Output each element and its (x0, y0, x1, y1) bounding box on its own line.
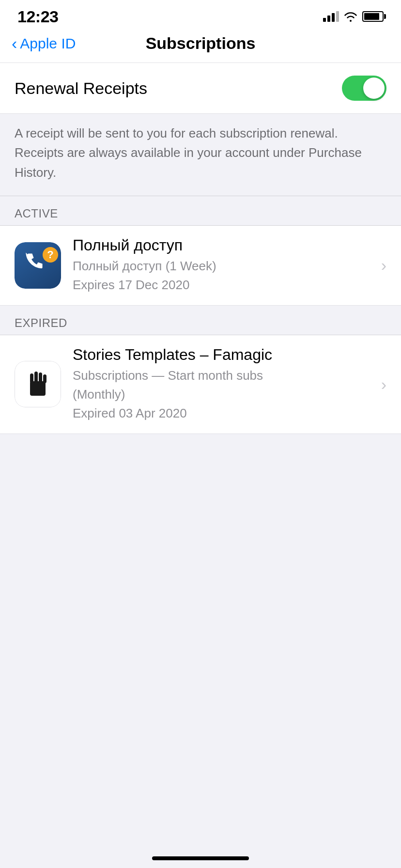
back-chevron-icon: ‹ (12, 35, 17, 51)
signal-icon (323, 11, 339, 22)
renewal-row: Renewal Receipts (0, 63, 401, 114)
bottom-spacer (0, 434, 401, 579)
famagic-icon (15, 361, 61, 407)
renewal-label: Renewal Receipts (15, 79, 147, 98)
description-text: A receipt will be sent to you for each s… (15, 124, 386, 182)
polny-icon-wrap: ? (15, 242, 61, 289)
home-indicator (152, 856, 249, 860)
subscription-item-famagic[interactable]: Stories Templates – Famagic Subscription… (0, 335, 401, 434)
svg-rect-3 (39, 372, 42, 383)
phone-icon-wrap: ? (22, 250, 53, 281)
svg-rect-0 (30, 381, 46, 396)
famagic-chevron-icon: › (381, 375, 386, 394)
status-icons (323, 11, 384, 22)
famagic-info: Stories Templates – Famagic Subscription… (73, 346, 375, 423)
page-title: Subscriptions (146, 34, 256, 53)
expired-section-header: EXPIRED (0, 306, 401, 335)
svg-rect-1 (30, 373, 33, 383)
back-label: Apple ID (20, 35, 76, 52)
status-bar: 12:23 (0, 0, 401, 29)
svg-rect-4 (43, 374, 46, 383)
wifi-icon (344, 11, 357, 22)
expired-subscriptions: Stories Templates – Famagic Subscription… (0, 335, 401, 434)
hand-icon (23, 368, 52, 401)
famagic-title: Stories Templates – Famagic (73, 346, 375, 364)
active-label: ACTIVE (15, 207, 58, 220)
polny-info: Полный доступ Полный доступ (1 Week) Exp… (73, 236, 375, 294)
expired-label: EXPIRED (15, 316, 67, 329)
polny-subtitle: Полный доступ (1 Week) Expires 17 Dec 20… (73, 257, 375, 294)
svg-rect-2 (34, 372, 38, 383)
polny-icon: ? (15, 242, 61, 289)
battery-icon (362, 11, 384, 22)
question-badge: ? (43, 247, 58, 263)
back-button[interactable]: ‹ Apple ID (12, 35, 76, 52)
renewal-section: Renewal Receipts (0, 63, 401, 114)
active-section-header: ACTIVE (0, 196, 401, 226)
active-subscriptions: ? Полный доступ Полный доступ (1 Week) E… (0, 226, 401, 306)
status-time: 12:23 (17, 7, 58, 26)
nav-header: ‹ Apple ID Subscriptions (0, 29, 401, 63)
toggle-knob (363, 78, 385, 99)
polny-chevron-icon: › (381, 256, 386, 275)
description-block: A receipt will be sent to you for each s… (0, 114, 401, 196)
subscription-item-polny[interactable]: ? Полный доступ Полный доступ (1 Week) E… (0, 226, 401, 306)
famagic-subtitle: Subscriptions — Start month subs (Monthl… (73, 366, 375, 423)
polny-title: Полный доступ (73, 236, 375, 254)
renewal-receipts-toggle[interactable] (342, 76, 386, 101)
famagic-icon-wrap (15, 361, 61, 407)
